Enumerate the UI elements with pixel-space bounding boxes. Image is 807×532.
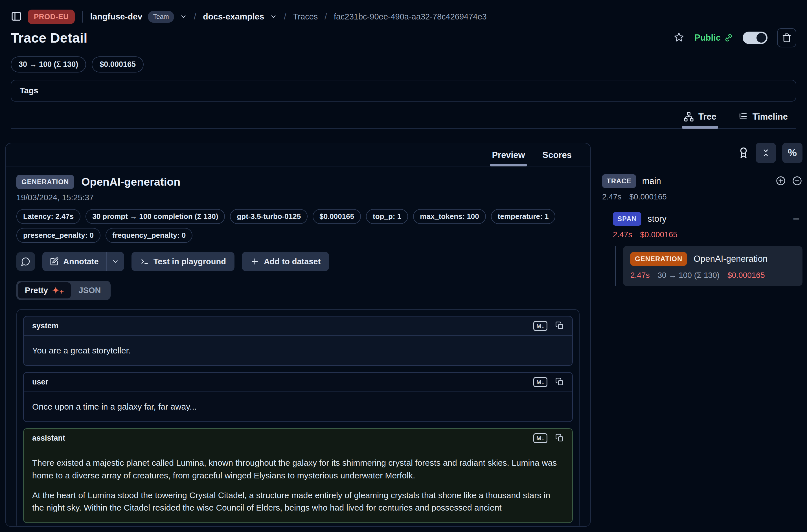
trace-tree-panel: % TRACE main 2.47s $0.000165 [602,143,804,286]
trace-cost: $0.000165 [630,192,667,202]
tab-timeline[interactable]: Timeline [736,112,789,128]
span-children: GENERATION OpenAI-generation 2.47s 30 → … [615,246,803,286]
breadcrumb-separator: / [194,12,196,22]
award-button[interactable] [737,147,749,159]
max-tokens-pill[interactable]: max_tokens: 100 [413,209,486,224]
span-row[interactable]: SPAN story − [613,212,803,226]
breadcrumb-trace-id: fac231bc-90ee-490a-aa32-78c4269474e3 [334,12,487,21]
message-text: You are a great storyteller. [32,344,564,357]
tags-section[interactable]: Tags [11,80,796,101]
playground-label: Test in playground [153,257,226,266]
panel-left-icon [11,11,22,22]
panel-tabs: Preview Scores [6,143,590,167]
markdown-toggle-icon[interactable]: M↓ [533,377,547,387]
generation-row: GENERATION OpenAI-generation [631,252,795,266]
breadcrumb-project[interactable]: docs-examples [203,12,264,21]
award-icon [737,147,749,158]
temperature-pill[interactable]: temperature: 1 [491,209,556,224]
tree-node-trace[interactable]: TRACE main [602,174,803,188]
comment-button[interactable] [16,252,35,271]
trace-latency: 2.47s [602,192,622,202]
metrics-percent-button[interactable]: % [782,143,803,163]
message-role: assistant [32,434,65,442]
generation-name: OpenAI-generation [694,254,768,264]
link-icon [724,33,733,42]
main-content: Preview Scores GENERATION OpenAI-generat… [0,129,807,527]
trace-type-badge: TRACE [602,174,636,188]
zoom-in-button[interactable] [775,175,786,187]
test-in-playground-button[interactable]: Test in playground [131,252,234,271]
chevron-down-icon[interactable] [270,13,277,20]
breadcrumb-separator: / [324,12,327,22]
observation-timestamp: 19/03/2024, 15:25:37 [16,193,580,202]
message-content: Once upon a time in a galaxy far, far aw… [24,392,572,421]
breadcrumb-divider [82,11,83,23]
token-usage-badge[interactable]: 30 → 100 (Σ 130) [11,56,86,73]
public-share-link[interactable]: Public [694,33,733,43]
tree-zoom-controls [775,175,803,187]
pretty-label: Pretty [25,286,48,295]
observation-body: GENERATION OpenAI-generation 19/03/2024,… [6,167,590,527]
breadcrumb-org[interactable]: langfuse-dev [90,12,142,21]
annotate-label: Annotate [63,257,99,266]
span-name: story [648,214,667,224]
collapse-all-button[interactable] [756,143,776,163]
title-actions: Public [674,28,796,48]
delete-trace-button[interactable] [777,28,796,48]
observation-metadata-pills-row2: presence_penalty: 0 frequency_penalty: 0 [16,228,580,243]
markdown-toggle-icon[interactable]: M↓ [533,321,547,331]
latency-pill[interactable]: Latency: 2.47s [16,209,80,224]
generation-metrics: 2.47s 30 → 100 (Σ 130) $0.000165 [631,271,795,280]
public-label: Public [694,33,721,43]
environment-badge[interactable]: PROD-EU [27,10,75,24]
tree-icon [684,112,694,122]
format-json-segment[interactable]: JSON [71,282,109,299]
annotate-button[interactable]: Annotate [42,252,106,271]
message-role: system [32,322,58,330]
cost-pill[interactable]: $0.000165 [313,209,361,224]
tab-scores[interactable]: Scores [543,150,572,166]
trace-metrics: 2.47s $0.000165 [602,192,803,202]
format-pretty-segment[interactable]: Pretty ✦₊ [18,282,71,299]
collapse-node-button[interactable]: − [790,213,803,225]
public-toggle[interactable] [743,32,768,44]
format-toggle: Pretty ✦₊ JSON [16,281,111,300]
token-usage-pill[interactable]: 30 prompt → 100 completion (Σ 130) [86,209,225,224]
presence-penalty-pill[interactable]: presence_penalty: 0 [16,228,100,243]
breadcrumb-traces-link[interactable]: Traces [293,12,318,21]
span-metrics: 2.47s $0.000165 [613,230,803,239]
tree-node-generation-selected[interactable]: GENERATION OpenAI-generation 2.47s 30 → … [623,246,803,286]
message-text: At the heart of Lumina stood the towerin… [32,489,564,514]
cost-badge[interactable]: $0.000165 [92,56,144,73]
add-to-dataset-button[interactable]: Add to dataset [242,252,329,271]
copy-button[interactable] [555,321,564,330]
markdown-toggle-icon[interactable]: M↓ [533,433,547,443]
zoom-out-button[interactable] [792,175,803,187]
message-content: You are a great storyteller. [24,336,572,365]
org-plan-badge: Team [148,11,174,23]
tags-label: Tags [20,86,38,95]
chevron-down-icon[interactable] [180,13,187,20]
sidebar-toggle-button[interactable] [11,11,22,23]
bookmark-star-button[interactable] [674,32,685,44]
model-pill[interactable]: gpt-3.5-turbo-0125 [230,209,307,224]
plus-icon [250,257,259,266]
copy-icon [555,321,564,330]
tab-tree-label: Tree [698,112,716,122]
observation-detail-card: Preview Scores GENERATION OpenAI-generat… [5,143,591,527]
annotate-dropdown-button[interactable] [106,252,124,271]
message-tools: M↓ [533,377,564,387]
copy-button[interactable] [555,377,564,387]
copy-button[interactable] [555,434,564,443]
message-tools: M↓ [533,321,564,331]
span-type-badge: SPAN [613,212,641,226]
top-p-pill[interactable]: top_p: 1 [366,209,408,224]
frequency-penalty-pill[interactable]: frequency_penalty: 0 [106,228,192,243]
copy-icon [555,377,564,386]
observation-header: GENERATION OpenAI-generation [16,175,580,189]
tab-tree[interactable]: Tree [682,112,718,128]
tab-preview[interactable]: Preview [492,150,525,166]
generation-cost: $0.000165 [728,271,765,280]
tree-toolbar: % [602,143,803,163]
timeline-icon [738,112,748,122]
